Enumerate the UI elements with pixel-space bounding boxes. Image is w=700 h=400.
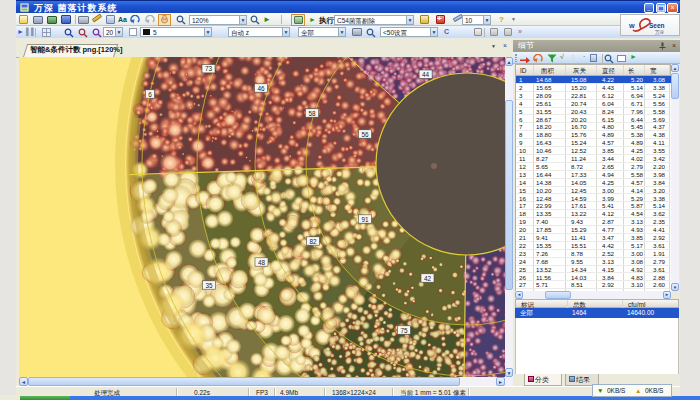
svg-text:Seen: Seen bbox=[649, 22, 665, 29]
svg-text:46: 46 bbox=[257, 85, 265, 92]
svg-text:万深: 万深 bbox=[655, 30, 665, 35]
svg-text:35: 35 bbox=[205, 282, 213, 289]
svg-text:6: 6 bbox=[148, 91, 152, 98]
svg-text:44: 44 bbox=[422, 71, 430, 78]
svg-text:82: 82 bbox=[309, 238, 317, 245]
svg-text:W: W bbox=[629, 23, 635, 29]
svg-text:48: 48 bbox=[258, 259, 266, 266]
svg-text:56: 56 bbox=[361, 131, 369, 138]
svg-text:91: 91 bbox=[361, 216, 369, 223]
svg-text:58: 58 bbox=[308, 110, 316, 117]
svg-text:73: 73 bbox=[205, 65, 213, 72]
svg-text:75: 75 bbox=[400, 327, 408, 334]
svg-text:42: 42 bbox=[424, 275, 432, 282]
